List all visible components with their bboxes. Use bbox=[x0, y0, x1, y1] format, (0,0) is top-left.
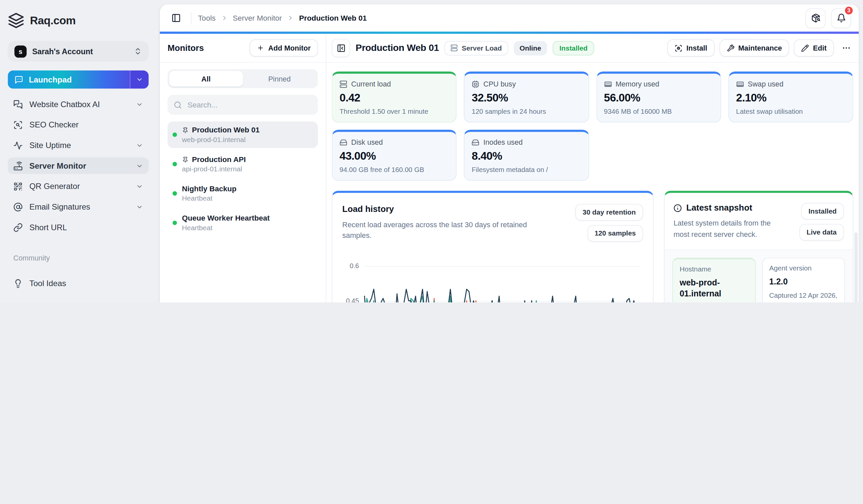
notifications-button[interactable]: 3 bbox=[831, 8, 851, 28]
package-search-button[interactable] bbox=[805, 8, 825, 28]
monitor-detail: api-prod-01.internal bbox=[182, 165, 246, 173]
monitors-title: Monitors bbox=[167, 43, 204, 53]
brand-name: Raq.com bbox=[30, 14, 76, 27]
chevron-down-icon bbox=[136, 76, 143, 83]
lightbulb-icon bbox=[13, 279, 23, 288]
monitor-header: Production Web 01 Server Load Online Ins… bbox=[326, 34, 859, 63]
breadcrumb-server-monitor[interactable]: Server Monitor bbox=[233, 14, 282, 22]
monitor-item-nightly-backup[interactable]: Nightly Backup Heartbeat bbox=[167, 180, 318, 207]
scrollbar-thumb[interactable] bbox=[854, 232, 858, 302]
load-history-subtitle: Recent load averages across the last 30 … bbox=[342, 220, 528, 241]
stat-detail: 9346 MB of 16000 MB bbox=[604, 107, 713, 115]
sidebar-community: Tool Ideas bbox=[8, 275, 149, 296]
sidebar-tools: Website Chatbox AI SEO Checker Site Upti… bbox=[8, 96, 149, 240]
installed-badge: Installed bbox=[553, 41, 594, 55]
topbar: Tools Server Monitor Production Web 01 3 bbox=[160, 4, 859, 31]
install-button[interactable]: Install bbox=[667, 39, 714, 56]
memory-stick-icon bbox=[604, 80, 612, 88]
monitor-name: Queue Worker Heartbeat bbox=[182, 214, 270, 222]
snapshot-card-hostname: Hostname web-prod-01.internal 10.0.1.10 bbox=[673, 258, 755, 302]
sidebar-item-qr-generator[interactable]: QR Generator bbox=[8, 178, 149, 195]
chart-y-tick: 0.45 bbox=[346, 297, 359, 302]
launchpad-main[interactable]: Launchpad bbox=[8, 70, 130, 89]
latest-snapshot-panel: Latest snapshot Latest system details fr… bbox=[664, 191, 853, 302]
load-history-title: Load history bbox=[342, 204, 528, 214]
stat-label: Memory used bbox=[616, 80, 659, 88]
add-monitor-button[interactable]: Add Monitor bbox=[250, 39, 318, 56]
snapshot-cards: Hostname web-prod-01.internal 10.0.1.10 … bbox=[665, 250, 853, 302]
monitor-name: Production API bbox=[192, 155, 246, 164]
snapshot-value: 1.2.0 bbox=[769, 276, 838, 287]
breadcrumb-current: Production Web 01 bbox=[299, 14, 366, 22]
maintenance-button[interactable]: Maintenance bbox=[720, 39, 789, 56]
app-screen: Raq.com s Sarah's Account Launchpad Webs… bbox=[0, 0, 863, 302]
tab-pinned[interactable]: Pinned bbox=[243, 71, 316, 87]
pin-icon bbox=[182, 156, 189, 163]
launchpad-caret[interactable] bbox=[130, 70, 149, 89]
sidebar-toggle-button[interactable] bbox=[167, 10, 184, 26]
monitors-tabs: All Pinned bbox=[167, 69, 318, 88]
edit-label: Edit bbox=[813, 44, 827, 52]
more-actions-button[interactable] bbox=[839, 41, 853, 55]
launchpad-label: Launchpad bbox=[29, 75, 72, 84]
chevrons-up-down-icon bbox=[134, 47, 142, 55]
monitor-item-queue-worker-heartbeat[interactable]: Queue Worker Heartbeat Heartbeat bbox=[167, 210, 318, 236]
account-switcher[interactable]: s Sarah's Account bbox=[8, 41, 149, 62]
plus-icon bbox=[257, 44, 264, 52]
breadcrumb: Tools Server Monitor Production Web 01 bbox=[198, 14, 367, 22]
panel-left-close-icon bbox=[337, 43, 346, 53]
monitor-detail: web-prod-01.internal bbox=[182, 136, 260, 143]
launchpad-button[interactable]: Launchpad bbox=[8, 70, 149, 89]
monitor-item-production-web-01[interactable]: Production Web 01 web-prod-01.internal bbox=[167, 121, 318, 148]
link-icon bbox=[13, 222, 23, 232]
breadcrumb-tools[interactable]: Tools bbox=[198, 14, 216, 22]
status-badge: Online bbox=[513, 41, 547, 55]
chevron-down-icon bbox=[136, 142, 143, 149]
stat-detail: Latest swap utilisation bbox=[736, 107, 846, 115]
monitor-detail: Heartbeat bbox=[182, 195, 237, 202]
memory-stick-icon bbox=[736, 80, 744, 88]
activity-icon bbox=[13, 141, 23, 150]
monitor-list: Production Web 01 web-prod-01.internal P… bbox=[167, 121, 318, 236]
type-badge-label: Server Load bbox=[462, 44, 502, 52]
sidebar-item-server-monitor[interactable]: Server Monitor bbox=[8, 157, 149, 174]
monitor-search[interactable] bbox=[167, 95, 318, 115]
sidebar-item-site-uptime[interactable]: Site Uptime bbox=[8, 137, 149, 154]
status-dot bbox=[173, 132, 177, 137]
more-horizontal-icon bbox=[841, 43, 851, 53]
divider bbox=[191, 12, 191, 24]
chevron-down-icon bbox=[136, 203, 143, 210]
snapshot-installed-badge: Installed bbox=[801, 203, 844, 220]
stat-label: CPU busy bbox=[484, 80, 516, 88]
monitor-item-production-api[interactable]: Production API api-prod-01.internal bbox=[167, 151, 318, 177]
snapshot-label: Hostname bbox=[679, 266, 748, 273]
stat-label: Inodes used bbox=[484, 138, 523, 146]
snapshot-title: Latest snapshot bbox=[686, 203, 752, 213]
chart-y-tick: 0.6 bbox=[350, 262, 359, 270]
search-input[interactable] bbox=[186, 100, 312, 109]
stat-cards-row-2: Disk used 43.00% 94.00 GB free of 160.00… bbox=[332, 130, 853, 181]
chevron-down-icon bbox=[136, 101, 143, 108]
chat-bubble-icon bbox=[14, 75, 23, 84]
sidebar-item-short-url[interactable]: Short URL bbox=[8, 219, 149, 235]
sidebar-item-website-chatbox-ai[interactable]: Website Chatbox AI bbox=[8, 96, 149, 113]
account-avatar: s bbox=[14, 45, 27, 57]
at-sign-icon bbox=[13, 202, 23, 211]
stat-label: Current load bbox=[351, 80, 391, 88]
stat-value: 2.10% bbox=[736, 91, 846, 104]
sidebar-item-label: Tool Ideas bbox=[29, 279, 66, 288]
add-monitor-label: Add Monitor bbox=[268, 44, 311, 52]
sidebar-item-seo-checker[interactable]: SEO Checker bbox=[8, 116, 149, 133]
sidebar-item-tool-ideas[interactable]: Tool Ideas bbox=[8, 275, 149, 292]
wrench-icon bbox=[726, 44, 734, 52]
stat-card-inodes-used: Inodes used 8.40% Filesystem metadata on… bbox=[464, 130, 589, 181]
edit-button[interactable]: Edit bbox=[794, 39, 834, 56]
sidebar-item-label: Website Chatbox AI bbox=[29, 100, 100, 109]
stat-card-swap-used: Swap used 2.10% Latest swap utilisation bbox=[728, 72, 853, 122]
sidebar-item-email-signatures[interactable]: Email Signatures bbox=[8, 198, 149, 215]
tab-all[interactable]: All bbox=[169, 71, 243, 87]
monitor-name: Nightly Backup bbox=[182, 185, 237, 193]
layers-logo-icon bbox=[8, 12, 24, 29]
panel-left-icon bbox=[171, 13, 180, 23]
collapse-panel-button[interactable] bbox=[332, 39, 350, 57]
